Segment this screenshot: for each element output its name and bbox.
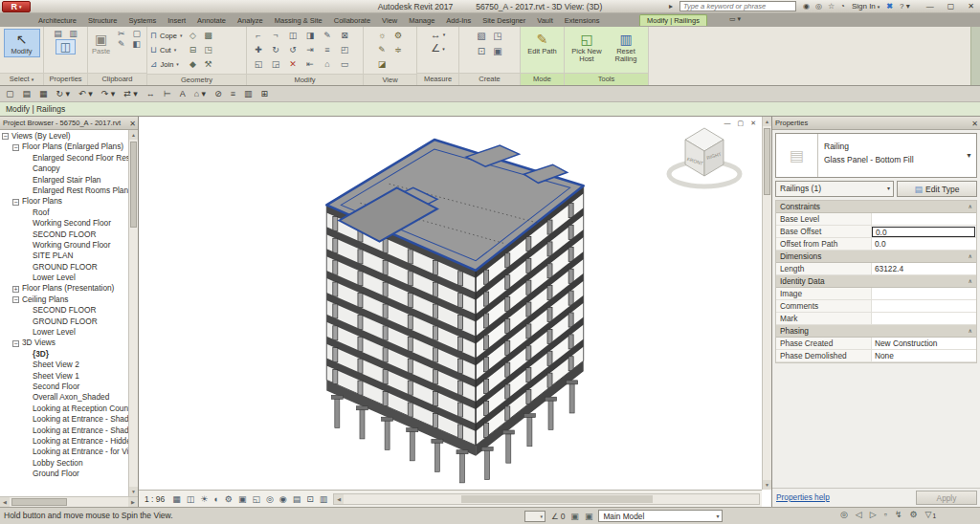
reset-railing-button[interactable]: ▥ Reset Railing xyxy=(608,29,644,66)
ribbon-tab[interactable]: Add-Ins xyxy=(440,14,477,27)
aligned-dimension-icon[interactable]: ⊢ xyxy=(164,89,171,98)
ribbon-tab[interactable]: Architecture xyxy=(33,14,82,27)
tree-item[interactable]: Views (By Level) xyxy=(0,131,128,142)
ribbon-tab[interactable]: Vault xyxy=(531,14,559,27)
building-model-3d[interactable] xyxy=(321,128,594,486)
worksharing-display-icon[interactable]: ▥ xyxy=(320,494,328,504)
tree-item[interactable]: Enlarged Rest Rooms Plan xyxy=(0,186,128,196)
text-icon[interactable]: A xyxy=(180,89,186,98)
paste-options-icon[interactable]: ◧ xyxy=(129,39,144,49)
panel-state-icon[interactable]: ▭ ▾ xyxy=(729,15,741,25)
angle-dimension-button[interactable]: ∠▾ xyxy=(431,42,444,55)
tree-expander[interactable] xyxy=(12,340,19,347)
edit-path-button[interactable]: ✎ Edit Path xyxy=(524,29,561,57)
property-row[interactable]: Mark ∧ xyxy=(776,313,976,325)
select-underlay-icon[interactable]: ▷ xyxy=(870,510,877,519)
property-value[interactable]: 0.0 xyxy=(872,238,976,250)
canvas-horizontal-scrollbar[interactable]: ◀ xyxy=(333,493,760,505)
open-icon[interactable]: ▤ xyxy=(23,89,32,98)
property-value[interactable] xyxy=(872,213,976,225)
split-icon[interactable]: ✎ xyxy=(319,29,336,43)
scroll-left-icon[interactable]: ◀ xyxy=(334,494,344,504)
scroll-up-icon[interactable]: ▲ xyxy=(129,130,138,140)
filter-button[interactable]: ▽ 1 xyxy=(925,510,937,519)
graphic-display-icon[interactable]: ≑ xyxy=(390,43,407,57)
search-prev-icon[interactable]: ▸ xyxy=(669,2,673,11)
browser-vertical-scrollbar[interactable]: ▲ ▼ xyxy=(128,130,138,496)
split-element-icon[interactable]: ◳ xyxy=(200,43,215,57)
sync-icon[interactable]: ↻ ▾ xyxy=(56,89,71,98)
scale-icon[interactable]: ◰ xyxy=(336,43,353,57)
thin-lines-icon[interactable]: ≡ xyxy=(231,89,235,98)
scrollbar-thumb[interactable] xyxy=(11,498,67,506)
maximize-button[interactable]: ▢ xyxy=(947,2,955,11)
panel-label-clipboard[interactable]: Clipboard xyxy=(88,73,146,85)
pin-icon[interactable]: ⊠ xyxy=(336,29,353,43)
split-face-icon[interactable]: ▭ xyxy=(336,57,353,72)
render-view-icon[interactable]: ⚙ xyxy=(225,494,233,504)
design-options-icon[interactable]: ▣ xyxy=(585,512,593,521)
new-file-icon[interactable]: ▢ xyxy=(6,89,14,98)
ribbon-tab[interactable]: Collaborate xyxy=(328,14,376,27)
cope-button[interactable]: ⊓ Cope ▾ xyxy=(150,29,182,42)
sign-in-button[interactable]: Sign In ▾ xyxy=(852,2,880,11)
properties-help-link[interactable]: Properties help xyxy=(776,492,830,502)
tree-item[interactable]: SITE PLAN xyxy=(0,251,128,261)
copy-to-clipboard-icon[interactable]: ▢ xyxy=(129,29,144,38)
match-type-icon[interactable]: ✎ xyxy=(114,39,128,49)
tree-item[interactable]: Floor Plans xyxy=(0,196,128,207)
panel-label-geometry[interactable]: Geometry xyxy=(147,74,246,85)
tree-item[interactable]: Looking at Entrance - for Vi xyxy=(0,447,128,457)
search-icon[interactable]: ◉ xyxy=(803,2,810,11)
edit-type-button[interactable]: ▤ Edit Type xyxy=(897,181,977,197)
pick-new-host-button[interactable]: ◱ Pick New Host xyxy=(568,29,605,66)
create-similar-icon[interactable]: ⊡ xyxy=(474,44,490,59)
design-options-dropdown[interactable]: Main Model ▾ xyxy=(598,510,723,522)
create-group-icon[interactable]: ◳ xyxy=(490,29,506,44)
property-row[interactable]: Phase Demolished None ∧ xyxy=(776,350,976,362)
worksets-dropdown[interactable]: ▾ xyxy=(524,511,546,522)
paste-button[interactable]: ▣ Paste xyxy=(91,29,111,57)
tree-item[interactable]: Canopy xyxy=(0,164,128,174)
panel-label-select[interactable]: Select▾ xyxy=(0,73,43,85)
trim-extend-icon[interactable]: ⇤ xyxy=(301,57,319,72)
editable-only-icon[interactable]: ◎ xyxy=(840,510,848,519)
canvas-vertical-scrollbar[interactable]: ▲ ▼ xyxy=(762,117,771,490)
exchange-apps-icon[interactable]: ✖ xyxy=(886,2,893,11)
view-scale-button[interactable]: 1 : 96 xyxy=(145,494,165,504)
thin-lines-view-icon[interactable]: ✎ xyxy=(374,43,390,57)
section-icon[interactable]: ⊘ xyxy=(214,89,222,98)
tree-item[interactable]: Ceiling Plans xyxy=(0,295,128,305)
drag-on-selection-icon[interactable]: ⚙ xyxy=(909,510,917,519)
property-value[interactable]: New Construction xyxy=(872,338,976,349)
tree-expander[interactable] xyxy=(12,286,19,293)
panel-label-modify[interactable]: Modify xyxy=(247,74,363,85)
ribbon-tab[interactable]: Insert xyxy=(162,14,191,27)
join-button[interactable]: ⊿ Join ▾ xyxy=(150,57,182,71)
ribbon-tab[interactable]: Massing & Site xyxy=(269,14,328,27)
property-row[interactable]: Comments ∧ xyxy=(776,300,976,313)
search-input[interactable] xyxy=(679,1,796,11)
copy-icon[interactable]: ↺ xyxy=(284,43,301,57)
tree-item[interactable]: Enlarged Second Floor Restr xyxy=(0,153,128,164)
render-gallery-icon[interactable]: ⚙ xyxy=(390,29,407,43)
ribbon-tab[interactable]: Systems xyxy=(122,14,162,27)
property-row[interactable]: Identity Data ∧ xyxy=(776,275,976,288)
scroll-left-icon[interactable]: ◀ xyxy=(0,497,10,507)
ribbon-tab[interactable]: Extensions xyxy=(559,14,606,27)
demolish-icon[interactable]: ⚒ xyxy=(200,57,215,72)
tree-item[interactable]: {3D} xyxy=(0,349,128,360)
panel-label-mode[interactable]: Mode xyxy=(521,73,564,85)
scroll-down-icon[interactable]: ▼ xyxy=(763,480,771,490)
tree-item[interactable]: Looking at Entrance - Hidde xyxy=(0,436,128,447)
properties-palette-icon[interactable]: ▤ xyxy=(51,29,65,38)
property-value[interactable] xyxy=(872,300,976,312)
crop-view-icon[interactable]: ▣ xyxy=(238,494,247,504)
close-hidden-windows-icon[interactable]: ⊞ xyxy=(260,89,268,98)
panel-label-view[interactable]: View xyxy=(364,74,416,85)
redo-icon[interactable]: ↷ ▾ xyxy=(101,89,116,98)
property-row[interactable]: Base Level ∧ xyxy=(776,213,976,226)
tree-item[interactable]: Second Floor xyxy=(0,382,128,392)
communication-center-icon[interactable]: ◎ xyxy=(815,2,822,11)
scroll-right-icon[interactable]: ▶ xyxy=(128,497,138,507)
